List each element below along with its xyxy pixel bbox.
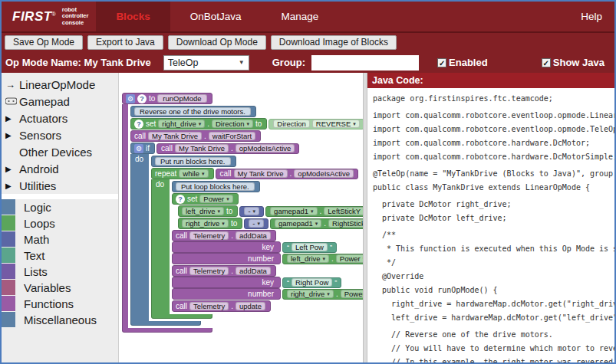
motor-dropdown-field[interactable]: left_drive bbox=[182, 207, 224, 215]
save-opmode-button[interactable]: Save Op Mode bbox=[5, 35, 83, 50]
if-header[interactable]: ⚙ if bbox=[130, 143, 155, 154]
block-call-opmodeisactive[interactable]: call My Tank Drive . opModeIsActive bbox=[156, 143, 299, 154]
block-set-direction[interactable]: ? set right_drive . Direction to bbox=[130, 118, 267, 130]
toolbox-item-actuators[interactable]: ▶ Actuators bbox=[2, 110, 118, 126]
help-icon[interactable]: ? bbox=[134, 120, 143, 129]
set-power-header[interactable]: ? set Power bbox=[172, 193, 239, 205]
function-name-field[interactable]: runOpMode bbox=[157, 94, 206, 103]
block-leftdrive-power[interactable]: left_drive . Power bbox=[282, 254, 363, 264]
motor-dropdown-field[interactable]: right_drive bbox=[287, 290, 334, 298]
comment-text-field[interactable]: Put run blocks here. bbox=[155, 157, 231, 166]
method-field[interactable]: update bbox=[236, 302, 265, 310]
property-dropdown-field[interactable]: Power bbox=[336, 254, 363, 263]
stick-dropdown-field[interactable]: LeftStickY bbox=[324, 207, 363, 215]
target-field[interactable]: Telemetry bbox=[189, 231, 229, 240]
tab-manage[interactable]: Manage bbox=[261, 2, 338, 31]
toolbox-item-android[interactable]: ▶ Android bbox=[2, 160, 118, 177]
show-java-checkbox[interactable]: ✓ bbox=[542, 58, 551, 67]
block-telemetry-update[interactable]: call Telemetry . update bbox=[172, 300, 271, 312]
property-dropdown-field[interactable]: Power bbox=[341, 290, 363, 298]
set-power-left-target[interactable]: left_drive to bbox=[178, 205, 238, 217]
motor-dropdown-field[interactable]: right_drive bbox=[158, 120, 205, 128]
toolbox-category-math[interactable]: Math bbox=[2, 231, 118, 247]
property-dropdown-field[interactable]: Power bbox=[199, 195, 232, 203]
block-comment[interactable]: Reverse one of the drive motors. bbox=[130, 106, 256, 117]
target-field[interactable]: My Tank Drive bbox=[148, 132, 202, 140]
toolbox-item-other-devices[interactable]: Other Devices bbox=[2, 143, 118, 160]
adddata-header[interactable]: call Telemetry . addData bbox=[172, 230, 276, 241]
target-field[interactable]: My Tank Drive bbox=[234, 169, 288, 178]
block-if[interactable]: ⚙ if call My Tank Drive . opModeIsActive bbox=[130, 143, 363, 326]
block-call-waitforstart[interactable]: call My Tank Drive . waitForStart bbox=[130, 130, 261, 142]
block-string-left-pow[interactable]: “ Left Pow ” bbox=[282, 242, 337, 253]
mutator-gear-icon[interactable]: ⚙ bbox=[126, 94, 135, 103]
block-direction-reverse-shadow[interactable]: Direction REVERSE bbox=[268, 119, 363, 130]
help-icon[interactable]: ? bbox=[137, 94, 147, 103]
help-icon[interactable]: ? bbox=[176, 195, 185, 204]
block-negate[interactable]: - bbox=[239, 206, 264, 217]
block-telemetry-adddata-left[interactable]: call Telemetry . addData bbox=[172, 230, 363, 264]
download-opmode-button[interactable]: Download Op Mode bbox=[168, 35, 266, 50]
comment-text-field[interactable]: Put loop blocks here. bbox=[176, 182, 255, 191]
block-set-power[interactable]: ? set Power left_dr bbox=[172, 193, 363, 229]
property-dropdown-field[interactable]: Direction bbox=[212, 120, 253, 128]
group-input[interactable] bbox=[311, 55, 419, 71]
enabled-checkbox[interactable]: ✓ bbox=[437, 58, 446, 67]
block-string-right-pow[interactable]: “ Right Pow ” bbox=[282, 277, 341, 288]
tab-onbotjava[interactable]: OnBotJava bbox=[170, 2, 262, 31]
block-comment[interactable]: Put loop blocks here. bbox=[172, 181, 260, 192]
enum-value-dropdown-field[interactable]: REVERSE bbox=[312, 120, 360, 128]
block-rightdrive-power[interactable]: right_drive . Power bbox=[282, 289, 363, 300]
block-gamepad-rightsticky[interactable]: gamepad1 . RightStickY bbox=[270, 218, 363, 229]
block-runopmode-function[interactable]: ⚙ ? to runOpMode Reverse one of the driv… bbox=[122, 93, 363, 333]
negate-dropdown-field[interactable]: - bbox=[249, 219, 264, 228]
motor-dropdown-field[interactable]: right_drive bbox=[182, 219, 229, 228]
set-power-right-target[interactable]: right_drive to bbox=[178, 218, 242, 229]
block-telemetry-adddata-right[interactable]: call Telemetry . addData bbox=[172, 265, 363, 300]
repeat-header[interactable]: repeat while bbox=[151, 168, 214, 179]
toolbox-category-miscellaneous[interactable]: Miscellaneous bbox=[2, 312, 118, 327]
toolbox-category-loops[interactable]: Loops bbox=[2, 215, 118, 231]
motor-dropdown-field[interactable]: left_drive bbox=[287, 254, 329, 263]
string-field[interactable]: Left Pow bbox=[292, 243, 328, 251]
target-field[interactable]: Telemetry bbox=[189, 267, 229, 275]
export-java-button[interactable]: Export to Java bbox=[87, 35, 163, 50]
toolbox-category-text[interactable]: Text bbox=[2, 248, 118, 263]
help-link[interactable]: Help bbox=[568, 2, 614, 31]
tab-blocks[interactable]: Blocks bbox=[96, 2, 170, 31]
block-gamepad-leftsticky[interactable]: gamepad1 . LeftStickY bbox=[265, 206, 363, 217]
toolbox-item-gamepad[interactable]: Gamepad bbox=[2, 93, 118, 110]
toolbox-category-logic[interactable]: Logic bbox=[2, 199, 118, 215]
blocks-workspace[interactable]: ⚙ ? to runOpMode Reverse one of the driv… bbox=[119, 73, 363, 362]
target-field[interactable]: My Tank Drive bbox=[175, 144, 229, 152]
string-field[interactable]: Right Pow bbox=[292, 278, 332, 287]
block-comment[interactable]: Put run blocks here. bbox=[151, 156, 236, 167]
adddata-header[interactable]: call Telemetry . addData bbox=[172, 265, 276, 277]
target-field[interactable]: Telemetry bbox=[189, 302, 229, 310]
toolbox-category-lists[interactable]: Lists bbox=[2, 264, 118, 279]
repeat-mode-dropdown-field[interactable]: while bbox=[179, 169, 208, 178]
comment-text-field[interactable]: Reverse one of the drive motors. bbox=[134, 107, 251, 116]
method-field[interactable]: opModeIsActive bbox=[294, 169, 354, 178]
toolbox-category-variables[interactable]: Variables bbox=[2, 280, 118, 295]
opmode-type-select[interactable]: TeleOp ▼ bbox=[163, 55, 249, 71]
method-field[interactable]: addData bbox=[236, 267, 271, 275]
block-foot bbox=[151, 314, 212, 319]
toolbox-category-functions[interactable]: Functions bbox=[2, 296, 118, 311]
method-field[interactable]: addData bbox=[236, 231, 271, 240]
toolbox-item-sensors[interactable]: ▶ Sensors bbox=[2, 126, 118, 143]
gamepad-dropdown-field[interactable]: gamepad1 bbox=[275, 219, 321, 228]
block-header-row[interactable]: ⚙ ? to runOpMode bbox=[122, 93, 212, 104]
download-image-button[interactable]: Download Image of Blocks bbox=[271, 35, 397, 50]
negate-dropdown-field[interactable]: - bbox=[244, 207, 259, 215]
toolbox-item-utilities[interactable]: ▶ Utilities bbox=[2, 177, 118, 194]
toolbox-item-linearopmode[interactable]: → LinearOpMode bbox=[2, 76, 118, 93]
block-negate[interactable]: - bbox=[244, 218, 268, 229]
gamepad-dropdown-field[interactable]: gamepad1 bbox=[270, 207, 317, 215]
block-repeat-while[interactable]: repeat while call My Tank Drive . bbox=[151, 168, 363, 319]
method-field[interactable]: opModeIsActive bbox=[236, 144, 295, 152]
mutator-gear-icon[interactable]: ⚙ bbox=[134, 144, 143, 153]
block-call-opmodeisactive[interactable]: call My Tank Drive . opModeIsActive bbox=[216, 169, 358, 179]
stick-dropdown-field[interactable]: RightStickY bbox=[328, 219, 363, 228]
method-field[interactable]: waitForStart bbox=[209, 132, 255, 140]
